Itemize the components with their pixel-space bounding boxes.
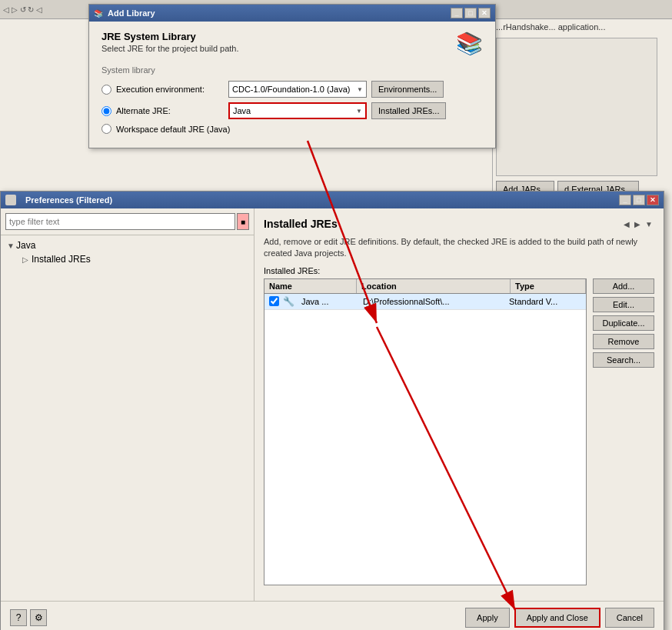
side-nav: ...rHandshake... application...: [493, 19, 672, 35]
expand-icon: ▼: [7, 242, 16, 250]
nav-buttons: ◀ ▶ ▼: [622, 218, 654, 230]
execution-env-radio[interactable]: [101, 85, 111, 95]
jre-type: Standard V...: [509, 297, 586, 306]
preferences-body: ■ ▼ Java ▷ Installed JREs Installed JREs…: [1, 208, 664, 601]
jre-side-buttons: Add... Edit... Duplicate... Remove Searc…: [587, 278, 654, 592]
section-title: Installed JREs: [264, 218, 338, 230]
header-location: Location: [357, 279, 511, 293]
search-jre-button[interactable]: Search...: [593, 352, 654, 368]
jre-content-area: Name Location Type 🔧 Java ... D:\Profess…: [264, 278, 654, 592]
pref-minimize-button[interactable]: _: [619, 195, 631, 205]
workspace-default-row: Workspace default JRE (Java): [101, 124, 483, 134]
header-name: Name: [264, 279, 357, 293]
installed-jres-button[interactable]: Installed JREs...: [371, 102, 446, 119]
side-content: [496, 38, 657, 176]
installed-jres-label: Installed JREs:: [264, 266, 654, 275]
nav-forward-icon[interactable]: ▶: [633, 218, 642, 230]
dialog-header-desc: Select JRE for the project build path.: [101, 44, 239, 53]
add-library-titlebar: 📚 Add Library _ □ ✕: [89, 5, 495, 22]
execution-env-combo[interactable]: CDC-1.0/Foundation-1.0 (Java) ▼: [228, 81, 367, 98]
right-panel-header: Installed JREs ◀ ▶ ▼: [264, 218, 654, 230]
execution-env-row: Execution environment: CDC-1.0/Foundatio…: [101, 81, 483, 98]
apply-close-button[interactable]: Apply and Close: [514, 608, 600, 628]
cancel-button[interactable]: Cancel: [605, 608, 654, 628]
jre-name: Java ...: [301, 297, 363, 306]
alternate-jre-value: Java: [233, 106, 356, 115]
alternate-jre-radio[interactable]: [101, 106, 111, 116]
alternate-jre-label: Alternate JRE:: [116, 106, 224, 115]
header-type: Type: [511, 279, 586, 293]
add-library-dialog: 📚 Add Library _ □ ✕ JRE System Library S…: [88, 4, 496, 148]
books-icon: 📚: [456, 31, 483, 56]
jre-row[interactable]: 🔧 Java ... D:\ProfessionnalSoft\... Stan…: [264, 294, 586, 310]
settings-icon-button[interactable]: ⚙: [30, 609, 47, 626]
add-jre-button[interactable]: Add...: [593, 278, 654, 294]
jre-location: D:\ProfessionnalSoft\...: [363, 297, 509, 306]
tree-java-label: Java: [16, 240, 35, 251]
jre-icon: 🔧: [283, 296, 301, 307]
apply-button[interactable]: Apply: [465, 608, 510, 628]
workspace-default-radio[interactable]: [101, 124, 111, 134]
execution-env-value: CDC-1.0/Foundation-1.0 (Java): [232, 85, 357, 94]
add-library-content: JRE System Library Select JRE for the pr…: [89, 22, 495, 148]
tree-view: ▼ Java ▷ Installed JREs: [1, 235, 254, 601]
jre-checkbox-cell: [264, 296, 283, 306]
jre-checkbox[interactable]: [269, 296, 279, 306]
preferences-title: Preferences (Filtered): [25, 195, 112, 205]
minimize-button[interactable]: _: [451, 8, 463, 18]
preferences-bottom-bar: ? ⚙ Apply Apply and Close Cancel: [1, 601, 664, 630]
preferences-icon: [5, 195, 16, 205]
eclipse-side-panel: ...rHandshake... application... Add JARs…: [492, 19, 672, 219]
alternate-jre-row: Alternate JRE: Java ▼ Installed JREs...: [101, 102, 483, 119]
dialog-header-title: JRE System Library: [101, 31, 239, 42]
section-description: Add, remove or edit JRE definitions. By …: [264, 236, 654, 260]
workspace-default-label: Workspace default JRE (Java): [116, 125, 230, 134]
alternate-jre-combo[interactable]: Java ▼: [228, 102, 367, 119]
filter-clear-button[interactable]: ■: [237, 213, 249, 230]
preferences-left-panel: ■ ▼ Java ▷ Installed JREs: [1, 208, 254, 601]
edit-jre-button[interactable]: Edit...: [593, 297, 654, 312]
tab-label-1: ...rHandshake... application...: [496, 22, 605, 32]
dialog-header: JRE System Library Select JRE for the pr…: [101, 31, 483, 56]
pref-titlebar-buttons: _ □ ✕: [619, 195, 659, 205]
duplicate-jre-button[interactable]: Duplicate...: [593, 315, 654, 331]
preferences-right-panel: Installed JREs ◀ ▶ ▼ Add, remove or edit…: [254, 208, 664, 601]
combo-arrow-2-icon: ▼: [356, 108, 362, 115]
tree-item-installed-jres[interactable]: ▷ Installed JREs: [4, 252, 251, 266]
preferences-titlebar: Preferences (Filtered) _ □ ✕: [1, 192, 664, 208]
dialog-header-text: JRE System Library Select JRE for the pr…: [101, 31, 239, 53]
filter-row: ■: [1, 208, 254, 235]
nav-back-icon[interactable]: ◀: [622, 218, 631, 230]
maximize-button[interactable]: □: [464, 8, 477, 18]
tree-child-expand-icon: ▷: [22, 255, 32, 264]
add-library-title: Add Library: [108, 8, 155, 18]
jre-table-body: 🔧 Java ... D:\ProfessionnalSoft\... Stan…: [264, 294, 586, 585]
jre-table-header: Name Location Type: [264, 279, 586, 294]
filter-input[interactable]: [5, 213, 235, 230]
preferences-dialog: Preferences (Filtered) _ □ ✕ ■ ▼ Java ▷ …: [0, 191, 664, 630]
jre-table: Name Location Type 🔧 Java ... D:\Profess…: [264, 278, 587, 585]
tree-item-java[interactable]: ▼ Java: [4, 238, 251, 252]
bottom-left-buttons: ? ⚙: [10, 609, 47, 626]
remove-jre-button[interactable]: Remove: [593, 334, 654, 349]
system-library-label: System library: [101, 65, 483, 75]
pref-close-button[interactable]: ✕: [647, 195, 659, 205]
close-button[interactable]: ✕: [478, 8, 491, 18]
tree-installed-jres-label: Installed JREs: [32, 254, 91, 265]
execution-env-label: Execution environment:: [116, 85, 224, 94]
titlebar-buttons: _ □ ✕: [451, 8, 491, 18]
nav-dropdown-icon[interactable]: ▼: [644, 218, 654, 230]
combo-arrow-icon: ▼: [357, 86, 363, 93]
environments-button[interactable]: Environments...: [371, 81, 444, 98]
help-icon-button[interactable]: ?: [10, 609, 27, 626]
pref-restore-button[interactable]: □: [633, 195, 645, 205]
